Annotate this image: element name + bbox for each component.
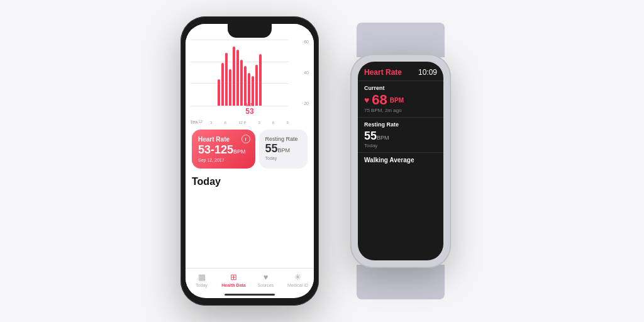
apple-watch: Heart Rate 10:09 Current ♥ 68 BPM 75 BPM… [338,23,464,299]
watch-current-bpm-unit: BPM [390,97,404,104]
heart-rate-date: Sep 12, 2017 [198,158,249,162]
today-tab-label: Today [196,283,208,287]
info-icon[interactable]: i [242,135,250,143]
medical-id-tab-icon: ✳ [294,272,301,282]
today-label: Today [192,176,308,187]
chart-bar [240,60,243,106]
chart-area: MIN 53 60 40 20 12 A 3 6 12 P 3 6 [186,24,314,125]
resting-bpm-value: 55 [265,142,278,155]
watch-resting-section: Resting Rate 55BPM Today [358,117,443,152]
watch-current-section: Current ♥ 68 BPM 75 BPM, 2m ago [358,80,443,117]
today-tab-icon: ▦ [198,272,206,282]
tab-health-data[interactable]: ⊞ Health Data [218,272,250,287]
chart-bar [252,76,254,106]
sources-tab-icon: ♥ [264,272,269,282]
watch-heart-icon: ♥ [364,95,369,105]
watch-resting-bpm: 55 [364,130,377,142]
medical-id-tab-label: Medical ID [287,283,308,287]
home-indicator [225,294,275,296]
iphone-screen: MIN 53 60 40 20 12 A 3 6 12 P 3 6 [186,24,314,298]
watch-body: Heart Rate 10:09 Current ♥ 68 BPM 75 BPM… [350,54,451,268]
chart-bar [244,66,247,106]
chart-date: Sep 12 [191,119,203,123]
time-label-12p: 12 P [238,121,246,125]
chart-bar [233,47,235,106]
chart-time-labels: 12 A 3 6 12 P 3 6 9 [191,121,289,125]
sources-tab-label: Sources [258,283,274,287]
watch-resting-label: Resting Rate [364,121,437,128]
heart-rate-card[interactable]: Heart Rate i 53-125BPM Sep 12, 2017 [192,130,255,169]
bpm-range: 53-125 [198,143,233,156]
tab-bar: ▦ Today ⊞ Health Data ♥ Sources ✳ Medica… [186,268,314,294]
watch-screen: Heart Rate 10:09 Current ♥ 68 BPM 75 BPM… [358,62,443,260]
watch-band-top [357,23,445,57]
resting-rate-title: Resting Rate [265,136,302,142]
iphone-notch [228,24,272,38]
health-data-tab-label: Health Data [221,283,246,287]
watch-current-label: Current [364,85,437,91]
time-label-6b: 6 [272,121,274,125]
watch-current-bpm: 68 [372,93,387,107]
watch-time: 10:09 [418,68,437,77]
resting-rate-sub: Today [265,156,302,160]
grid-label-20: 20 [304,101,309,106]
tab-today[interactable]: ▦ Today [186,272,218,287]
tab-sources[interactable]: ♥ Sources [250,272,282,287]
cards-row: Heart Rate i 53-125BPM Sep 12, 2017 Rest… [186,125,314,174]
watch-current-row: ♥ 68 BPM [364,93,437,107]
resting-rate-card[interactable]: Resting Rate 55BPM Today [259,130,308,169]
iphone-device: MIN 53 60 40 20 12 A 3 6 12 P 3 6 [180,16,319,306]
today-section: Today [186,174,314,191]
health-data-tab-icon: ⊞ [230,272,237,282]
min-value: 53 [245,107,253,116]
tab-medical-id[interactable]: ✳ Medical ID [282,272,314,287]
chart-bar [229,69,231,106]
chart-bars [191,40,289,106]
spacer [186,191,314,268]
watch-band-bottom [357,265,445,299]
watch-walking-section: Walking Average [358,152,443,167]
watch-resting-bpm-row: 55BPM [364,130,437,143]
time-label-3b: 3 [258,121,260,125]
bpm-unit: BPM [233,148,246,155]
grid-label-40: 40 [304,70,309,75]
chart-bar [255,65,258,106]
watch-header: Heart Rate 10:09 [358,62,443,80]
watch-resting-unit: BPM [377,135,389,141]
grid-line [191,106,289,106]
chart-bar [259,54,262,106]
time-label-3: 3 [210,121,212,125]
watch-resting-sub: Today [364,143,437,148]
grid-label-60: 60 [304,40,309,44]
chart-bar [248,73,250,106]
chart-grid: 60 40 20 [290,40,309,106]
heart-rate-bpm: 53-125BPM [198,144,249,157]
watch-title: Heart Rate [364,68,402,77]
time-label-6: 6 [225,121,226,125]
chart-bar [218,79,220,106]
resting-bpm-unit: BPM [278,147,291,153]
chart-bar [236,50,239,106]
chart-bar [225,53,228,106]
chart-bar [221,63,224,106]
watch-current-sub: 75 BPM, 2m ago [364,108,437,113]
time-label-9: 9 [287,121,289,125]
resting-rate-bpm: 55BPM [265,142,302,156]
min-text: MIN [245,103,253,107]
scene: MIN 53 60 40 20 12 A 3 6 12 P 3 6 [180,16,464,306]
chart-min-label: MIN 53 [245,103,253,116]
watch-walking-label: Walking Average [364,157,437,164]
